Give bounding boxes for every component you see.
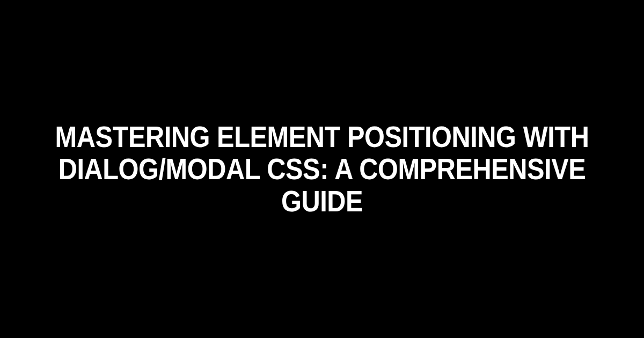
page-title: Mastering Element Positioning with Dialo… [26,121,618,217]
